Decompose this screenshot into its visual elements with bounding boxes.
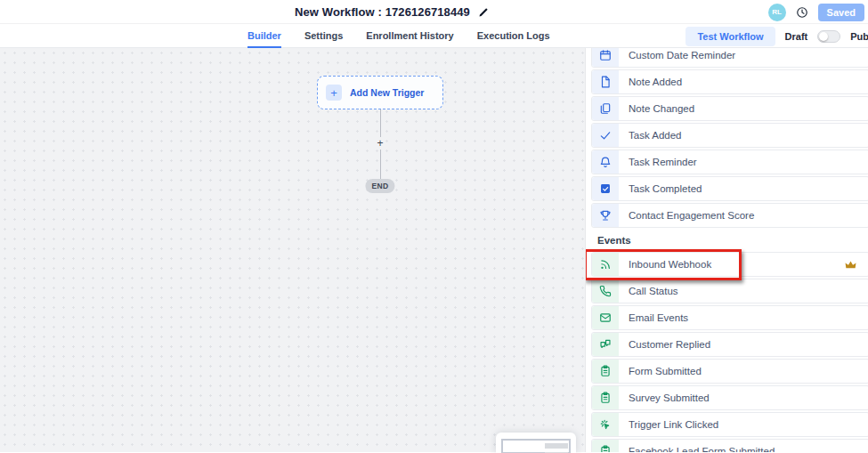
- trigger-item-label: Trigger Link Clicked: [629, 419, 718, 430]
- trigger-item-label: Task Completed: [629, 183, 702, 194]
- note-icon: [592, 70, 619, 93]
- trigger-item-label: Inbound Webhook: [629, 259, 711, 270]
- clipboard-icon: [592, 440, 619, 452]
- cursor-click-icon: [592, 413, 619, 436]
- preview-placeholder-bar: [545, 443, 568, 449]
- clipboard-icon: [592, 360, 619, 383]
- trigger-item-call-status[interactable]: Call Status: [591, 279, 868, 303]
- trigger-item-label: Custom Date Reminder: [629, 50, 735, 61]
- task-check-icon: [592, 177, 619, 200]
- trigger-item-label: Note Added: [629, 77, 682, 87]
- add-step-plus-icon[interactable]: +: [375, 137, 385, 150]
- trigger-item-survey-submitted[interactable]: Survey Submitted: [591, 385, 868, 410]
- saved-button[interactable]: Saved: [818, 4, 864, 21]
- tab-execution-logs[interactable]: Execution Logs: [477, 24, 550, 48]
- trigger-list: Custom Date ReminderNote AddedNote Chang…: [591, 48, 868, 452]
- add-trigger-label: Add New Trigger: [350, 87, 424, 98]
- trigger-sidebar: Custom Date ReminderNote AddedNote Chang…: [585, 48, 868, 452]
- tab-settings[interactable]: Settings: [304, 24, 343, 48]
- trigger-item-label: Call Status: [629, 286, 678, 296]
- check-icon: [592, 124, 619, 147]
- workflow-canvas: + Add New Trigger + END: [0, 48, 585, 452]
- draft-label: Draft: [785, 31, 808, 42]
- test-workflow-button[interactable]: Test Workflow: [685, 27, 775, 46]
- trigger-item-form-submitted[interactable]: Form Submitted: [591, 359, 868, 384]
- crown-icon: [845, 259, 856, 271]
- toggle-knob: [819, 32, 828, 41]
- trigger-item-task-completed[interactable]: Task Completed: [591, 176, 868, 201]
- trigger-item-inbound-webhook[interactable]: Inbound Webhook: [591, 252, 868, 277]
- workflow-title: New Workflow : 1726126718449: [295, 5, 470, 19]
- tabs: BuilderSettingsEnrollment HistoryExecuti…: [247, 24, 550, 48]
- section-title-events: Events: [597, 235, 868, 246]
- trigger-item-label: Email Events: [629, 312, 688, 323]
- add-new-trigger-button[interactable]: + Add New Trigger: [317, 76, 443, 109]
- trigger-item-label: Form Submitted: [629, 366, 702, 376]
- edit-title-icon[interactable]: [478, 7, 489, 18]
- trigger-item-facebook-lead-form-submitted[interactable]: Facebook Lead Form Submitted: [591, 439, 868, 452]
- trigger-item-label: Survey Submitted: [629, 392, 710, 403]
- trigger-item-custom-date-reminder[interactable]: Custom Date Reminder: [591, 48, 868, 68]
- calendar-icon: [592, 48, 619, 67]
- tab-builder[interactable]: Builder: [247, 24, 281, 48]
- tab-bar: BuilderSettingsEnrollment HistoryExecuti…: [0, 24, 868, 48]
- chat-icon: [592, 333, 619, 356]
- mail-icon: [592, 306, 619, 329]
- trigger-item-customer-replied[interactable]: Customer Replied: [591, 332, 868, 357]
- trigger-item-trigger-link-clicked[interactable]: Trigger Link Clicked: [591, 412, 868, 437]
- trigger-item-label: Facebook Lead Form Submitted: [629, 446, 775, 452]
- webhook-icon: [592, 253, 619, 276]
- publish-label: Publish: [850, 31, 868, 42]
- trigger-item-label: Customer Replied: [629, 339, 710, 350]
- trigger-item-contact-engagement-score[interactable]: Contact Engagement Score: [591, 203, 868, 228]
- clipboard-icon: [592, 386, 619, 409]
- phone-icon: [592, 279, 619, 303]
- top-header: New Workflow : 1726126718449 RL Saved: [0, 0, 868, 24]
- trigger-item-task-added[interactable]: Task Added: [591, 123, 868, 148]
- trigger-item-task-reminder[interactable]: Task Reminder: [591, 150, 868, 174]
- preview-modal-partial: [496, 433, 576, 453]
- trophy-icon: [592, 204, 619, 227]
- trigger-item-label: Note Changed: [629, 103, 694, 114]
- tab-enrollment-history[interactable]: Enrollment History: [366, 24, 453, 48]
- trigger-item-note-added[interactable]: Note Added: [591, 69, 868, 94]
- plus-icon: +: [326, 85, 342, 101]
- history-clock-icon[interactable]: [796, 6, 808, 19]
- end-node: END: [365, 179, 394, 193]
- user-avatar[interactable]: RL: [768, 4, 786, 21]
- trigger-item-label: Task Added: [629, 130, 681, 141]
- publish-toggle[interactable]: [817, 30, 840, 43]
- trigger-item-note-changed[interactable]: Note Changed: [591, 96, 868, 121]
- trigger-item-email-events[interactable]: Email Events: [591, 305, 868, 330]
- trigger-item-label: Task Reminder: [629, 157, 697, 167]
- bell-icon: [592, 150, 619, 174]
- note-copy-icon: [592, 97, 619, 120]
- trigger-item-label: Contact Engagement Score: [629, 210, 754, 221]
